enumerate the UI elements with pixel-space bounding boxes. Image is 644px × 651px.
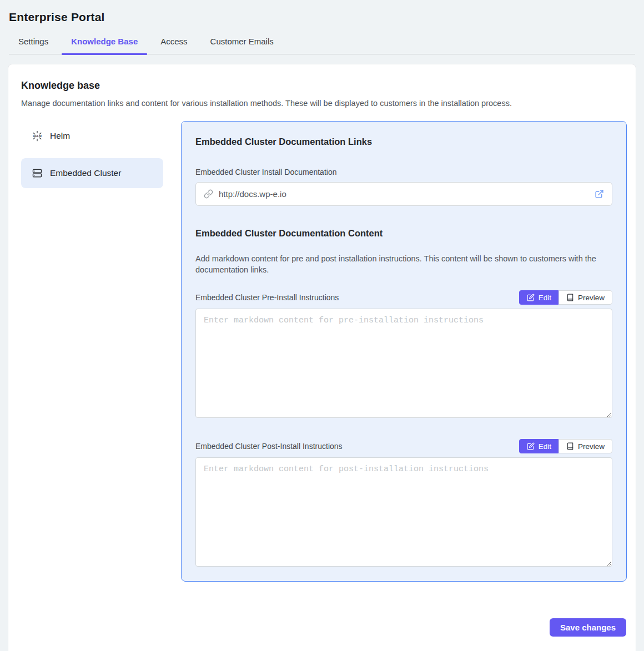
links-section-title: Embedded Cluster Documentation Links [195, 137, 612, 147]
book-icon [566, 442, 574, 450]
save-changes-button[interactable]: Save changes [550, 618, 626, 637]
app-header: Enterprise Portal Settings Knowledge Bas… [0, 0, 644, 54]
pre-install-label: Embedded Cluster Pre-Install Instruction… [195, 293, 339, 302]
preview-button-label: Preview [578, 294, 605, 302]
install-doc-label: Embedded Cluster Install Documentation [195, 168, 612, 176]
section-description: Manage documentation links and content f… [21, 99, 627, 108]
tab-bar: Settings Knowledge Base Access Customer … [9, 37, 635, 54]
post-install-markdown-textarea[interactable] [195, 457, 612, 567]
post-install-preview-button[interactable]: Preview [559, 439, 612, 453]
section-title: Knowledge base [21, 80, 627, 92]
book-icon [566, 294, 574, 301]
post-install-label: Embedded Cluster Post-Install Instructio… [195, 442, 343, 451]
install-doc-input-wrap [195, 182, 612, 206]
embedded-cluster-panel: Embedded Cluster Documentation Links Emb… [181, 121, 627, 582]
page-title: Enterprise Portal [9, 11, 635, 24]
pre-install-markdown-textarea[interactable] [195, 309, 612, 418]
helm-icon: HELM [31, 130, 43, 142]
install-method-sidebar: HELM Helm Embedded Cluster [21, 121, 163, 195]
sidebar-item-embedded-cluster[interactable]: Embedded Cluster [21, 158, 163, 188]
knowledge-base-card: Knowledge base Manage documentation link… [8, 64, 636, 651]
edit-button-label: Edit [539, 442, 551, 451]
tab-access[interactable]: Access [151, 37, 197, 54]
sidebar-item-label: Embedded Cluster [50, 168, 121, 178]
edit-icon [527, 442, 535, 450]
sidebar-item-helm[interactable]: HELM Helm [21, 121, 163, 151]
content-section-title: Embedded Cluster Documentation Content [195, 228, 612, 239]
install-doc-url-input[interactable] [219, 189, 595, 199]
edit-button-label: Edit [539, 294, 551, 302]
svg-text:HELM: HELM [33, 134, 42, 138]
tab-settings[interactable]: Settings [9, 37, 58, 54]
pre-install-preview-button[interactable]: Preview [559, 290, 612, 305]
content-section-description: Add markdown content for pre and post in… [195, 253, 612, 275]
external-link-icon[interactable] [595, 189, 604, 199]
tab-knowledge-base[interactable]: Knowledge Base [62, 37, 147, 54]
preview-button-label: Preview [578, 442, 605, 451]
pre-install-mode-toggle: Edit Preview [519, 290, 612, 305]
tab-customer-emails[interactable]: Customer Emails [201, 37, 283, 54]
edit-icon [527, 294, 535, 301]
server-stack-icon [31, 167, 43, 179]
post-install-mode-toggle: Edit Preview [519, 439, 612, 453]
link-icon [204, 189, 213, 199]
post-install-edit-button[interactable]: Edit [519, 439, 559, 453]
sidebar-item-label: Helm [50, 131, 70, 141]
pre-install-edit-button[interactable]: Edit [519, 290, 559, 305]
